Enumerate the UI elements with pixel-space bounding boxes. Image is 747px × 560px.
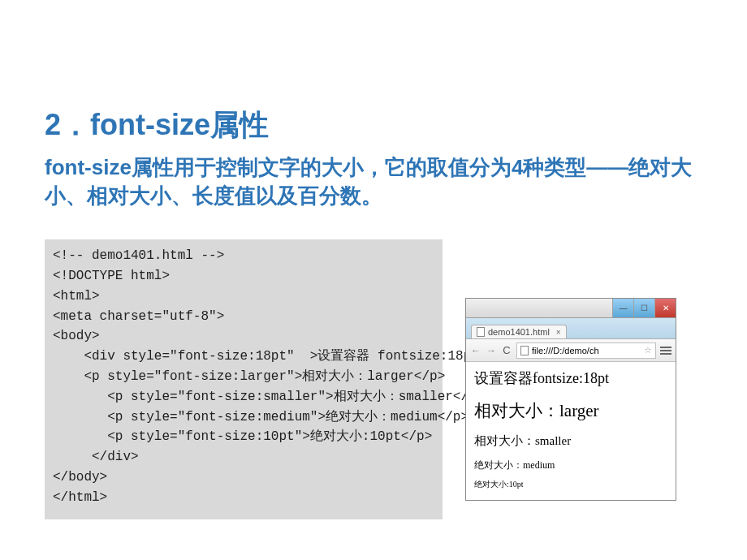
- browser-window: — ☐ ✕ demo1401.html × ← → C file:///D:/d…: [465, 298, 676, 501]
- address-bar[interactable]: file:///D:/demo/ch ☆: [516, 342, 656, 359]
- page-icon: [520, 346, 529, 355]
- browser-tabstrip: demo1401.html ×: [466, 318, 676, 339]
- rendered-line-5: 绝对大小:10pt: [474, 479, 667, 490]
- tab-title: demo1401.html: [488, 327, 550, 337]
- rendered-line-3: 相对大小：smaller: [474, 433, 667, 449]
- url-text: file:///D:/demo/ch: [532, 346, 599, 355]
- forward-button[interactable]: →: [486, 345, 497, 356]
- window-close-button[interactable]: ✕: [654, 299, 676, 317]
- back-button[interactable]: ←: [470, 345, 481, 356]
- window-minimize-button[interactable]: —: [612, 299, 633, 317]
- reload-button[interactable]: C: [501, 345, 512, 356]
- browser-viewport: 设置容器fontsize:18pt 相对大小：larger 相对大小：small…: [466, 362, 676, 500]
- browser-toolbar: ← → C file:///D:/demo/ch ☆: [466, 339, 676, 362]
- menu-icon[interactable]: [660, 347, 671, 355]
- section-heading: 2．font-size属性: [45, 106, 702, 145]
- content-row: <!-- demo1401.html --> <!DOCTYPE html> <…: [45, 239, 702, 519]
- browser-tab[interactable]: demo1401.html ×: [471, 325, 567, 338]
- rendered-line-4: 绝对大小：medium: [474, 459, 667, 472]
- bookmark-star-icon[interactable]: ☆: [644, 345, 652, 355]
- rendered-line-2: 相对大小：larger: [474, 399, 667, 422]
- section-description: font-size属性用于控制文字的大小，它的取值分为4种类型——绝对大小、相对…: [45, 153, 702, 210]
- code-sample: <!-- demo1401.html --> <!DOCTYPE html> <…: [45, 239, 443, 519]
- browser-titlebar: — ☐ ✕: [466, 299, 676, 318]
- rendered-line-1: 设置容器fontsize:18pt: [474, 368, 667, 388]
- tab-close-icon[interactable]: ×: [556, 328, 561, 337]
- slide-content: 2．font-size属性 font-size属性用于控制文字的大小，它的取值分…: [0, 0, 747, 519]
- document-icon: [477, 327, 485, 337]
- window-maximize-button[interactable]: ☐: [633, 299, 654, 317]
